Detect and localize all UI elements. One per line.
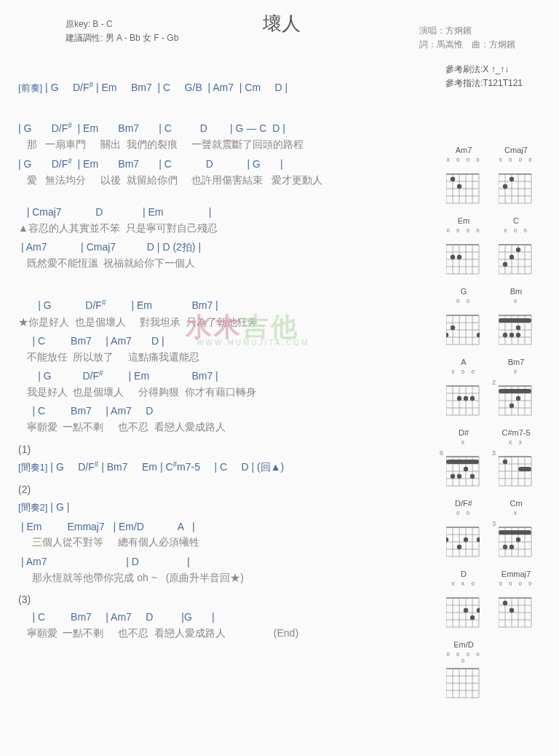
interlude2-label: [間奏2]	[18, 502, 47, 513]
chord-diagram: Bm7 x 2	[499, 358, 534, 412]
interlude1-label: [間奏1]	[18, 462, 47, 473]
verse-chords: | Em Bm7 | C D | G |	[72, 158, 283, 170]
playing-reference: 參考刷法:X ↑_↑↓ 參考指法:T121T121	[445, 63, 523, 90]
svg-point-81	[510, 333, 514, 337]
chord-open-strings: o o	[446, 298, 481, 305]
chord-grid	[446, 235, 479, 271]
chord-open-strings: x	[446, 439, 481, 446]
pre-chords: | Am7 | Cmaj7 D | D (2拍) |	[18, 241, 201, 253]
inter1-chords: | Bm7 Em | C	[98, 461, 173, 473]
chord-open-strings: x x	[499, 439, 534, 446]
watermark-url: WWW.MUMUJITA.COM	[197, 339, 310, 347]
chord-diagram: D/F# o o	[446, 499, 481, 554]
chord-diagram: C x o o	[499, 216, 534, 271]
svg-point-94	[457, 396, 461, 401]
svg-point-154	[457, 545, 461, 549]
chord-diagram: Emmaj7 o o o o	[499, 570, 534, 624]
chord-open-strings: o o o o	[499, 580, 534, 588]
svg-point-96	[470, 396, 475, 401]
svg-point-50	[516, 248, 520, 252]
chord-diagram-name: G	[446, 287, 481, 296]
chord-diagram-row: D# x 6C#m7-5 x x 3	[446, 428, 534, 483]
chord-open-strings: o o	[446, 510, 481, 517]
chord-diagram: Cm x 3	[499, 499, 534, 554]
inter1-chords: | G D/F	[47, 461, 94, 473]
intro-chords-2: | Em Bm7 | C G/B | Am7 | Cm D |	[93, 82, 288, 93]
chord-open-strings: x o o o	[499, 157, 534, 164]
chord-diagram: D x x o	[446, 570, 481, 624]
chord-grid: 6	[446, 446, 479, 483]
chord-diagram: C#m7-5 x x 3	[499, 428, 534, 483]
chord-grid	[446, 658, 479, 695]
svg-point-196	[510, 608, 514, 613]
ending-chords: | C Bm7 | Am7 D |G |	[18, 611, 215, 623]
svg-point-52	[503, 262, 507, 267]
chord-diagram-row: Am7 x o o o Cmaj7 x o o o	[446, 146, 534, 200]
ending-lyric: 寧願愛 一點不剩 也不忍 看戀人愛成路人	[18, 627, 226, 639]
chord-diagram-name: C	[499, 216, 534, 225]
chord-open-strings: x o o o	[446, 157, 481, 164]
chord-open-strings: x o o	[446, 369, 481, 376]
chorus-chords: | C Bm7 | Am7 D	[18, 405, 153, 417]
svg-point-183	[470, 615, 475, 620]
finger-pattern: 參考指法:T121T121	[445, 76, 523, 90]
chord-diagram-row: G o o Bm x	[446, 287, 534, 342]
svg-point-125	[457, 474, 461, 479]
svg-point-110	[510, 403, 514, 408]
svg-point-126	[451, 474, 455, 479]
chord-diagram-name: A	[446, 358, 481, 366]
chord-diagram: Am7 x o o o	[446, 146, 481, 200]
svg-point-195	[503, 601, 507, 605]
inter1-chords: m7-5 | C D | (回▲)	[177, 461, 284, 473]
svg-point-37	[451, 255, 455, 259]
chorus-chords: | G D/F	[18, 370, 99, 382]
chord-diagram-name: Emmaj7	[499, 570, 534, 578]
chord-diagram-name: D	[446, 570, 481, 578]
chord-diagram-name: D/F#	[446, 499, 481, 508]
svg-point-66	[477, 333, 480, 337]
verse-chords: | Em Bm7 | C D | G — C D |	[72, 123, 285, 135]
chord-diagram: D# x 6	[446, 428, 481, 483]
svg-point-151	[464, 538, 468, 542]
chord-grid	[499, 164, 531, 200]
svg-point-168	[503, 545, 507, 549]
chord-diagram-name: D#	[446, 428, 481, 437]
svg-rect-166	[499, 530, 531, 535]
svg-point-79	[516, 326, 520, 330]
svg-point-51	[510, 255, 514, 259]
svg-point-65	[446, 333, 448, 337]
svg-point-24	[510, 177, 514, 181]
pre-chords: | Cmaj7 D | Em |	[18, 206, 211, 218]
intro-chords-1: | G D/F	[42, 82, 89, 93]
chord-diagram-row: D/F# o o Cm x 3	[446, 499, 534, 554]
key-info: 原key: B - C 建議調性: 男 A - Bb 女 F - Gb	[66, 17, 178, 45]
chorus-chords: | G D/F	[18, 300, 102, 312]
svg-point-64	[451, 326, 455, 330]
svg-point-11	[451, 177, 455, 181]
chord-diagram: Cmaj7 x o o o	[499, 146, 534, 200]
end-marker: (End)	[274, 627, 298, 639]
svg-rect-108	[499, 389, 531, 393]
svg-point-123	[464, 467, 468, 471]
chord-diagram-row: D x x o Emmaj7 o o o o	[446, 570, 534, 624]
svg-point-25	[503, 184, 507, 189]
intro-label: [前奏]	[18, 82, 42, 93]
suggested-key: 建議調性: 男 A - Bb 女 F - Gb	[66, 31, 178, 45]
svg-point-82	[516, 333, 520, 337]
svg-point-124	[470, 474, 475, 479]
svg-point-38	[457, 255, 461, 259]
chord-grid	[499, 305, 531, 342]
svg-rect-122	[446, 460, 479, 464]
chord-diagram-name: C#m7-5	[499, 428, 534, 437]
chorus-chords: | Em Bm7 |	[106, 300, 218, 312]
chord-grid: 3	[499, 517, 531, 554]
chord-grid	[499, 588, 531, 624]
svg-rect-138	[518, 467, 531, 471]
credits: 演唱：方炯鑌 詞：馬嵩惟 曲：方炯鑌	[419, 24, 515, 52]
chorus-chords: | Em Bm7 |	[103, 370, 218, 382]
svg-point-12	[457, 184, 461, 189]
chord-diagram-name: Em	[446, 216, 481, 225]
original-key: 原key: B - C	[66, 17, 178, 31]
chord-diagram: Em o o o o	[446, 216, 481, 271]
lyricist-composer: 詞：馬嵩惟 曲：方炯鑌	[419, 38, 515, 52]
